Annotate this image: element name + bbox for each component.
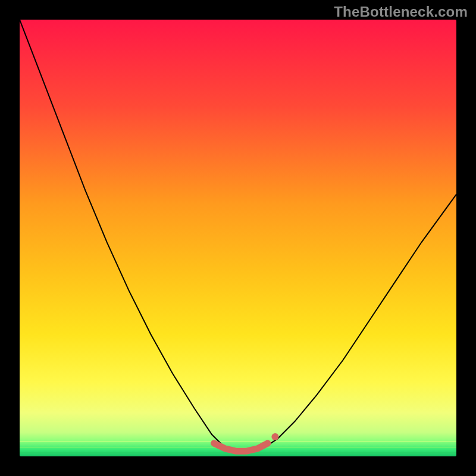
plot-area <box>20 20 456 456</box>
bottleneck-curve <box>20 20 456 456</box>
watermark-text: TheBottleneck.com <box>334 4 468 20</box>
v-curve <box>20 20 456 452</box>
trough-end-dot <box>271 433 278 440</box>
trough-highlight <box>214 443 268 451</box>
chart-stage: { "watermark": "TheBottleneck.com", "plo… <box>0 0 476 476</box>
